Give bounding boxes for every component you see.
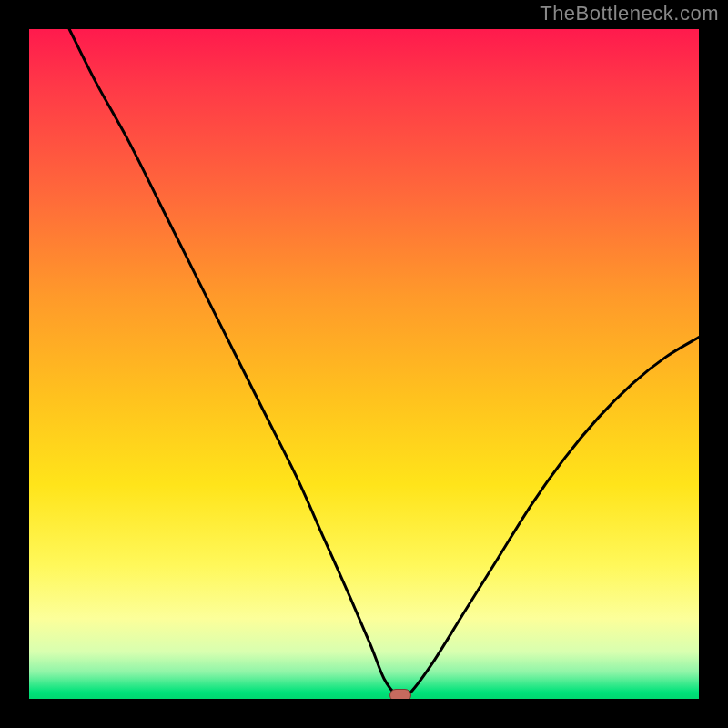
bottleneck-curve-path: [69, 29, 699, 699]
valley-marker: [389, 689, 411, 699]
watermark-text: TheBottleneck.com: [540, 2, 719, 25]
bottleneck-curve-svg: [29, 29, 699, 699]
chart-frame: TheBottleneck.com: [0, 0, 728, 728]
plot-area: [29, 29, 699, 699]
